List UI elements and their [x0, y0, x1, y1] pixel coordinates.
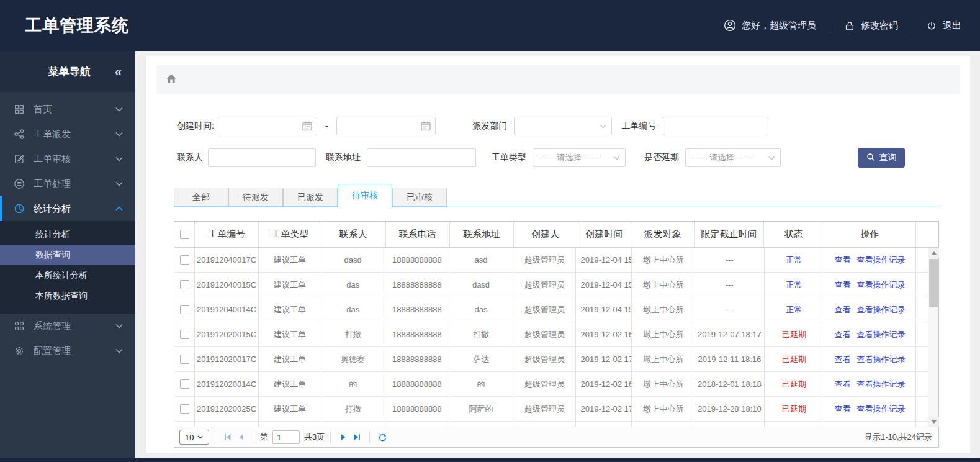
cell-order-type: 建议工单	[258, 397, 320, 421]
sidebar-item-review[interactable]: 工单审核	[0, 147, 135, 171]
search-icon	[866, 153, 875, 163]
row-checkbox[interactable]	[180, 379, 189, 389]
table-row[interactable]: 201912020015C 建议工单 打撒 18888888888 打撒 超级管…	[174, 322, 938, 347]
search-button[interactable]: 查询	[858, 148, 905, 168]
view-log-link[interactable]: 查看操作记录	[856, 304, 905, 315]
sidebar-collapse-icon[interactable]: «	[115, 65, 122, 78]
tab-reviewed[interactable]: 已审核	[392, 188, 447, 207]
page-number-input[interactable]	[272, 430, 300, 444]
last-page-button[interactable]	[350, 430, 364, 444]
create-time-end-input[interactable]	[336, 117, 436, 135]
first-page-button[interactable]	[221, 430, 235, 444]
view-log-link[interactable]: 查看操作记录	[856, 354, 905, 365]
scroll-down-arrow[interactable]	[928, 417, 939, 427]
contact-label: 联系人	[177, 152, 203, 163]
change-password-button[interactable]: 修改密码	[844, 20, 898, 32]
sidebar-item-config[interactable]: 配置管理	[0, 338, 135, 363]
scroll-up-arrow[interactable]	[928, 248, 939, 258]
cell-contact: dasd	[321, 248, 385, 272]
table-row[interactable]: 201912040017C 建议工单 dasd 18888888888 asd …	[174, 248, 938, 273]
order-type-select[interactable]: -------请选择-------	[533, 148, 626, 167]
row-checkbox[interactable]	[180, 255, 189, 265]
breadcrumb	[156, 65, 960, 94]
chevron-down-icon	[115, 156, 123, 161]
view-link[interactable]: 查看	[834, 304, 850, 315]
contact-input[interactable]	[208, 148, 316, 167]
table-row[interactable]	[174, 422, 938, 427]
row-checkbox[interactable]	[180, 280, 189, 289]
sidebar-item-label: 工单审核	[34, 153, 71, 165]
home-icon[interactable]	[165, 73, 178, 87]
cell-address: asd	[449, 248, 513, 272]
user-greeting-label: 您好，超级管理员	[742, 20, 816, 32]
chevron-down-icon	[115, 107, 123, 112]
row-checkbox[interactable]	[180, 355, 189, 364]
view-log-link[interactable]: 查看操作记录	[856, 255, 905, 266]
tab-dispatched[interactable]: 已派发	[283, 188, 338, 207]
cell-contact: 打撒	[321, 397, 385, 421]
view-link[interactable]: 查看	[834, 255, 850, 266]
row-checkbox[interactable]	[180, 330, 189, 339]
sidebar-item-label: 系统管理	[34, 320, 71, 332]
sidebar-item-system[interactable]: 系统管理	[0, 314, 135, 338]
change-password-label: 修改密码	[861, 20, 898, 32]
cell-phone: 18888888888	[385, 322, 449, 346]
calendar-icon[interactable]	[420, 120, 431, 134]
view-link[interactable]: 查看	[834, 379, 850, 390]
share-icon	[14, 129, 25, 140]
cell-order-no	[194, 422, 258, 427]
table-row[interactable]: 201912020014C 建议工单 的 18888888888 的 超级管理员…	[174, 372, 938, 397]
status-badge: 正常	[786, 279, 802, 291]
cell-created-time: 2019-12-02 17	[575, 347, 631, 371]
app-root: 工单管理系统 您好，超级管理员 修改密码 退出 菜单导航 «	[0, 0, 980, 462]
table-row[interactable]: 201912020017C 建议工单 奥德赛 18888888888 萨达 超级…	[174, 347, 938, 372]
pagination-bar: 10 第 共3页 显示1-10,共24记录	[174, 427, 938, 447]
address-label: 联系地址	[326, 152, 361, 163]
tab-pending-dispatch[interactable]: 待派发	[228, 188, 283, 207]
view-link[interactable]: 查看	[834, 354, 850, 365]
sidebar-item-process[interactable]: 工单处理	[0, 171, 135, 196]
order-no-input[interactable]	[663, 117, 768, 135]
view-log-link[interactable]: 查看操作记录	[856, 404, 905, 415]
prev-page-button[interactable]	[235, 430, 248, 444]
footer-strip	[0, 458, 980, 462]
table-row[interactable]: 201912020025C 建议工单 打撒 18888888888 阿萨的 超级…	[174, 397, 938, 422]
view-log-link[interactable]: 查看操作记录	[856, 279, 905, 291]
sidebar-item-dispatch[interactable]: 工单派发	[0, 122, 135, 147]
table-row[interactable]: 201912040014C 建议工单 das 18888888888 das 超…	[174, 297, 938, 322]
chevron-down-icon	[115, 324, 123, 328]
view-link[interactable]: 查看	[834, 404, 850, 415]
cell-order-type	[258, 422, 320, 427]
row-checkbox[interactable]	[180, 305, 189, 314]
view-log-link[interactable]: 查看操作记录	[856, 329, 905, 340]
dispatch-dept-select[interactable]	[514, 117, 612, 135]
scrollbar-thumb[interactable]	[929, 259, 938, 307]
view-link[interactable]: 查看	[834, 279, 850, 291]
sidebar-subitem-data-query[interactable]: 数据查询	[0, 245, 135, 265]
table-row[interactable]: 201912040015C 建议工单 das 18888888888 dasd …	[174, 273, 938, 297]
user-greeting[interactable]: 您好，超级管理员	[724, 19, 816, 32]
next-page-button[interactable]	[336, 430, 350, 444]
tab-all[interactable]: 全部	[174, 188, 228, 207]
pager-divider	[215, 431, 215, 443]
view-link[interactable]: 查看	[834, 329, 850, 340]
cell-dispatch-target: 墩上中心所	[631, 297, 694, 322]
refresh-button[interactable]	[375, 430, 389, 444]
sidebar-item-home[interactable]: 首页	[0, 97, 135, 122]
sidebar-subitem-statistics-analysis[interactable]: 统计分析	[0, 224, 135, 245]
calendar-icon[interactable]	[302, 120, 313, 134]
create-time-start-input[interactable]	[218, 117, 317, 135]
row-checkbox[interactable]	[180, 404, 189, 414]
sidebar-item-statistics[interactable]: 统计分析	[0, 196, 135, 221]
logout-button[interactable]: 退出	[926, 20, 961, 32]
sidebar-subitem-local-statistics[interactable]: 本所统计分析	[0, 265, 135, 286]
view-log-link[interactable]: 查看操作记录	[856, 379, 905, 390]
select-all-checkbox[interactable]	[180, 230, 189, 239]
page-size-select[interactable]: 10	[179, 430, 209, 445]
address-input[interactable]	[367, 148, 476, 167]
table-scrollbar[interactable]	[928, 248, 938, 427]
delay-select[interactable]: -------请选择-------	[685, 148, 781, 167]
tab-pending-review[interactable]: 待审核	[338, 184, 392, 207]
sidebar-subitem-local-data-query[interactable]: 本所数据查询	[0, 286, 135, 306]
table-body: 201912040017C 建议工单 dasd 18888888888 asd …	[174, 248, 938, 427]
